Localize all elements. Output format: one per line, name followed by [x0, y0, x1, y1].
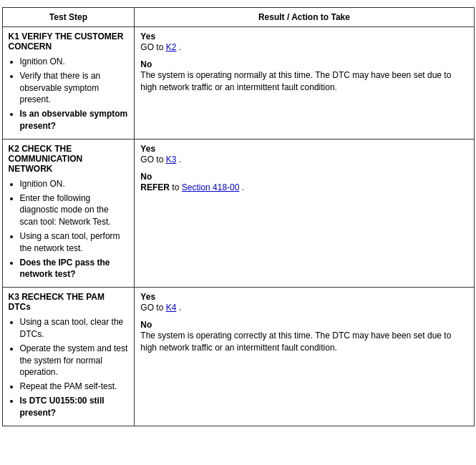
bullet-item: Verify that there is an observable sympt…	[20, 70, 129, 106]
result-text: REFER to Section 418-00 .	[140, 182, 467, 194]
bullet-item: Is DTC U0155:00 still present?	[20, 395, 129, 419]
header-result-action: Result / Action to Take	[135, 8, 474, 27]
result-label: No	[140, 59, 467, 69]
header-test-step: Test Step	[2, 8, 135, 27]
bullet-item: Does the IPC pass the network test?	[20, 257, 129, 281]
result-block: YesGO to K4 .	[140, 292, 467, 314]
result-block: YesGO to K3 .	[140, 144, 467, 166]
result-text: GO to K4 .	[140, 302, 467, 314]
result-link-k2[interactable]: K2	[166, 42, 177, 52]
result-cell-k3: YesGO to K4 .NoThe system is operating c…	[135, 288, 474, 426]
step-bullets-k1: Ignition ON.Verify that there is an obse…	[9, 56, 129, 132]
result-block: NoREFER to Section 418-00 .	[140, 172, 467, 194]
result-label: Yes	[140, 31, 467, 41]
refer-label: REFER	[140, 182, 170, 192]
result-label: No	[140, 172, 467, 182]
result-label: Yes	[140, 144, 467, 154]
result-text: The system is operating correctly at thi…	[140, 330, 467, 354]
step-cell-k2: K2 CHECK THE COMMUNICATION NETWORKIgniti…	[2, 139, 135, 287]
step-header-k2: K2 CHECK THE COMMUNICATION NETWORK	[9, 144, 129, 174]
step-cell-k3: K3 RECHECK THE PAM DTCsUsing a scan tool…	[2, 288, 135, 426]
result-block: YesGO to K2 .	[140, 31, 467, 54]
bullet-item: Ignition ON.	[20, 178, 129, 190]
step-cell-k1: K1 VERIFY THE CUSTOMER CONCERNIgnition O…	[2, 27, 135, 140]
bullet-item: Operate the system and test the system f…	[20, 343, 129, 378]
bullet-item: Using a scan tool, perform the network t…	[20, 230, 129, 255]
result-text: GO to K2 .	[140, 41, 467, 54]
result-block: NoThe system is operating correctly at t…	[140, 320, 467, 354]
result-block: NoThe system is operating normally at th…	[140, 59, 467, 94]
result-cell-k2: YesGO to K3 .NoREFER to Section 418-00 .	[135, 139, 474, 287]
bullet-item: Ignition ON.	[20, 56, 129, 68]
result-link-section[interactable]: Section 418-00	[182, 182, 240, 192]
result-label: Yes	[140, 292, 467, 302]
bullet-item: Is an observable symptom present?	[20, 108, 129, 132]
bullet-item: Repeat the PAM self-test.	[20, 381, 129, 393]
result-cell-k1: YesGO to K2 .NoThe system is operating n…	[135, 27, 474, 140]
result-link-k3[interactable]: K3	[166, 155, 177, 165]
bullet-item: Using a scan tool, clear the DTCs.	[20, 316, 129, 341]
bullet-item: Enter the following diagnostic mode on t…	[20, 192, 129, 228]
step-header-k1: K1 VERIFY THE CUSTOMER CONCERN	[9, 31, 129, 52]
result-label: No	[140, 320, 467, 330]
step-bullets-k2: Ignition ON.Enter the following diagnost…	[9, 178, 129, 280]
result-text: GO to K3 .	[140, 154, 467, 166]
result-link-k4[interactable]: K4	[166, 303, 177, 313]
result-text: The system is operating normally at this…	[140, 69, 467, 94]
step-bullets-k3: Using a scan tool, clear the DTCs.Operat…	[9, 316, 129, 418]
step-header-k3: K3 RECHECK THE PAM DTCs	[9, 292, 129, 312]
